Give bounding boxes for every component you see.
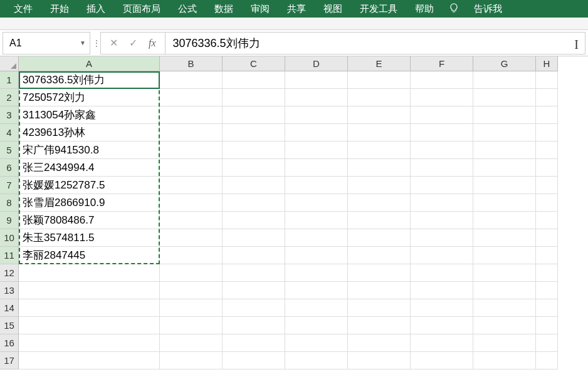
cell[interactable] (160, 282, 223, 299)
cell[interactable] (473, 229, 536, 247)
cell[interactable] (19, 317, 160, 334)
cell[interactable] (473, 247, 536, 264)
cell[interactable] (160, 142, 223, 159)
cell[interactable] (223, 177, 285, 194)
cell[interactable]: 7250572刘力 (19, 89, 160, 106)
cell[interactable] (223, 299, 285, 317)
cell[interactable] (411, 282, 473, 299)
cell[interactable] (473, 159, 536, 177)
row-header[interactable]: 15 (0, 317, 19, 334)
ribbon-tab-review[interactable]: 审阅 (242, 1, 278, 18)
cell[interactable] (223, 124, 285, 142)
cell[interactable] (348, 352, 411, 369)
row-header[interactable]: 8 (0, 194, 19, 212)
cell[interactable] (160, 229, 223, 247)
cell[interactable] (536, 159, 558, 177)
cell[interactable] (411, 177, 473, 194)
cell[interactable] (223, 194, 285, 212)
cell[interactable] (223, 71, 285, 89)
cell[interactable] (223, 352, 285, 369)
cell[interactable] (223, 247, 285, 264)
lightbulb-icon[interactable] (443, 1, 465, 18)
cell[interactable] (348, 264, 411, 282)
cell[interactable] (411, 229, 473, 247)
cell[interactable] (536, 247, 558, 264)
ribbon-tab-pagelayout[interactable]: 页面布局 (114, 1, 169, 18)
cell[interactable] (473, 106, 536, 124)
cell[interactable] (411, 247, 473, 264)
col-header-F[interactable]: F (411, 56, 473, 71)
cell[interactable] (160, 352, 223, 369)
cell[interactable] (160, 177, 223, 194)
cell[interactable] (473, 124, 536, 142)
cell[interactable] (19, 264, 160, 282)
ribbon-tab-devtools[interactable]: 开发工具 (351, 1, 406, 18)
cell[interactable] (536, 106, 558, 124)
ribbon-tab-view[interactable]: 视图 (315, 1, 351, 18)
cell[interactable] (348, 124, 411, 142)
cell[interactable] (160, 317, 223, 334)
cell[interactable] (348, 159, 411, 177)
cell[interactable] (473, 89, 536, 106)
cell[interactable] (285, 282, 348, 299)
cell[interactable] (285, 142, 348, 159)
cell[interactable] (285, 124, 348, 142)
cell[interactable] (160, 194, 223, 212)
cell[interactable] (285, 106, 348, 124)
cancel-icon[interactable]: ✕ (110, 37, 118, 49)
cell[interactable] (160, 299, 223, 317)
row-header[interactable]: 10 (0, 229, 19, 247)
col-header-D[interactable]: D (285, 56, 348, 71)
cell[interactable] (536, 317, 558, 334)
cell[interactable] (160, 89, 223, 106)
cell[interactable] (19, 352, 160, 369)
cell[interactable]: 张媛媛1252787.5 (19, 177, 160, 194)
cell[interactable] (473, 352, 536, 369)
cell[interactable] (536, 142, 558, 159)
cell[interactable] (285, 177, 348, 194)
row-header[interactable]: 12 (0, 264, 19, 282)
cell[interactable] (411, 212, 473, 229)
cell[interactable] (536, 264, 558, 282)
cell[interactable] (285, 159, 348, 177)
cell[interactable] (348, 299, 411, 317)
cell[interactable] (223, 282, 285, 299)
cell[interactable] (285, 229, 348, 247)
cell[interactable] (160, 124, 223, 142)
cell[interactable] (160, 334, 223, 352)
cell[interactable] (285, 247, 348, 264)
cell[interactable] (536, 352, 558, 369)
cell[interactable] (536, 212, 558, 229)
row-header[interactable]: 3 (0, 106, 19, 124)
cell[interactable] (223, 229, 285, 247)
cell[interactable] (473, 177, 536, 194)
cell[interactable] (223, 317, 285, 334)
cell[interactable] (285, 71, 348, 89)
cell[interactable] (411, 299, 473, 317)
row-header[interactable]: 2 (0, 89, 19, 106)
cell[interactable] (411, 124, 473, 142)
cell[interactable] (348, 282, 411, 299)
row-header[interactable]: 5 (0, 142, 19, 159)
cell[interactable] (223, 106, 285, 124)
cell[interactable] (348, 194, 411, 212)
cell[interactable] (473, 194, 536, 212)
cell[interactable] (536, 177, 558, 194)
cell[interactable] (411, 317, 473, 334)
cell[interactable] (285, 334, 348, 352)
row-header[interactable]: 6 (0, 159, 19, 177)
cell[interactable] (285, 317, 348, 334)
row-header[interactable]: 14 (0, 299, 19, 317)
cell[interactable] (473, 317, 536, 334)
cell[interactable]: 张颖7808486.7 (19, 212, 160, 229)
cell[interactable] (411, 159, 473, 177)
cell[interactable] (223, 142, 285, 159)
ribbon-tab-help[interactable]: 帮助 (406, 1, 443, 18)
cell[interactable] (348, 229, 411, 247)
name-box[interactable]: A1 ▼ (3, 32, 90, 54)
fx-icon[interactable]: fx (149, 38, 156, 49)
cell[interactable] (536, 124, 558, 142)
cell[interactable] (19, 282, 160, 299)
cell[interactable] (348, 247, 411, 264)
col-header-G[interactable]: G (473, 56, 536, 71)
